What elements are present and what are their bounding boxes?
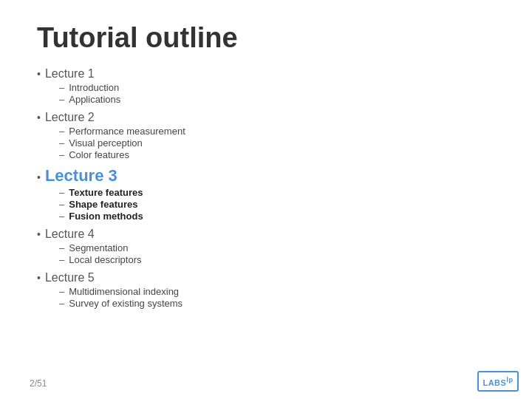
sub-items-5: –Multidimensional indexing–Survey of exi… <box>59 286 502 309</box>
sub-items-2: –Performance measurement–Visual percepti… <box>59 126 502 160</box>
sub-item-3-3: –Fusion methods <box>59 211 502 222</box>
sub-label-4-1: Segmentation <box>69 242 128 253</box>
lecture-bullet-row-5: •Lecture 5 <box>37 271 502 284</box>
dash-icon: – <box>59 187 64 198</box>
sub-item-4-1: –Segmentation <box>59 242 502 253</box>
logo-text: LABSlp <box>482 376 513 387</box>
dash-icon: – <box>59 82 64 93</box>
sub-item-4-2: –Local descriptors <box>59 254 502 265</box>
sub-items-1: –Introduction–Applications <box>59 82 502 105</box>
dash-icon: – <box>59 298 64 309</box>
bullet-dot: • <box>37 228 41 240</box>
sub-label-3-1: Texture features <box>69 187 143 198</box>
bullet-dot: • <box>37 68 41 80</box>
sub-label-3-3: Fusion methods <box>69 211 143 222</box>
lecture-block-5: •Lecture 5–Multidimensional indexing–Sur… <box>37 271 502 309</box>
bullet-dot: • <box>37 112 41 123</box>
dash-icon: – <box>59 126 64 137</box>
sub-label-2-1: Performance measurement <box>69 126 185 137</box>
sub-item-3-2: –Shape features <box>59 199 502 210</box>
lecture-bullet-row-1: •Lecture 1 <box>37 67 502 81</box>
sub-item-2-3: –Color features <box>59 149 502 160</box>
sub-label-5-2: Survey of existing systems <box>69 298 183 309</box>
sub-label-5-1: Multidimensional indexing <box>69 286 179 297</box>
sub-item-5-1: –Multidimensional indexing <box>59 286 502 297</box>
dash-icon: – <box>59 137 64 149</box>
lecture-bullet-row-3: •Lecture 3 <box>37 166 502 185</box>
sub-label-1-1: Introduction <box>69 82 119 93</box>
sub-items-3: –Texture features–Shape features–Fusion … <box>59 187 502 222</box>
sub-label-4-2: Local descriptors <box>69 254 141 265</box>
lecture-label-3: Lecture 3 <box>45 166 117 185</box>
sub-label-3-2: Shape features <box>69 199 137 210</box>
lecture-block-2: •Lecture 2–Performance measurement–Visua… <box>37 111 502 160</box>
slide-title: Tutorial outline <box>37 22 502 54</box>
sub-item-3-1: –Texture features <box>59 187 502 198</box>
slide-number: 2/51 <box>30 378 47 389</box>
logo-sup: lp <box>506 376 513 383</box>
dash-icon: – <box>59 211 64 222</box>
lecture-block-4: •Lecture 4–Segmentation–Local descriptor… <box>37 228 502 265</box>
dash-icon: – <box>59 242 64 253</box>
sub-label-2-3: Color features <box>69 149 129 160</box>
sub-item-2-2: –Visual perception <box>59 137 502 149</box>
dash-icon: – <box>59 254 64 265</box>
sub-item-2-1: –Performance measurement <box>59 126 502 137</box>
content-area: •Lecture 1–Introduction–Applications•Lec… <box>30 67 502 309</box>
sub-item-1-2: –Applications <box>59 94 502 105</box>
dash-icon: – <box>59 286 64 297</box>
dash-icon: – <box>59 199 64 210</box>
bullet-dot: • <box>37 171 41 183</box>
lecture-label-2: Lecture 2 <box>45 111 95 124</box>
sub-label-1-2: Applications <box>69 94 120 105</box>
bullet-dot: • <box>37 272 41 284</box>
lecture-block-3: •Lecture 3–Texture features–Shape featur… <box>37 166 502 222</box>
lecture-bullet-row-4: •Lecture 4 <box>37 228 502 241</box>
dash-icon: – <box>59 149 64 160</box>
lecture-block-1: •Lecture 1–Introduction–Applications <box>37 67 502 105</box>
dash-icon: – <box>59 94 64 105</box>
lecture-label-1: Lecture 1 <box>45 67 95 81</box>
lecture-label-5: Lecture 5 <box>45 271 95 284</box>
lecture-bullet-row-2: •Lecture 2 <box>37 111 502 124</box>
sub-items-4: –Segmentation–Local descriptors <box>59 242 502 265</box>
sub-item-5-2: –Survey of existing systems <box>59 298 502 309</box>
sub-item-1-1: –Introduction <box>59 82 502 93</box>
slide: Tutorial outline •Lecture 1–Introduction… <box>0 0 532 399</box>
lecture-label-4: Lecture 4 <box>45 228 95 241</box>
sub-label-2-2: Visual perception <box>69 137 143 149</box>
logo-badge: LABSlp <box>477 371 519 392</box>
